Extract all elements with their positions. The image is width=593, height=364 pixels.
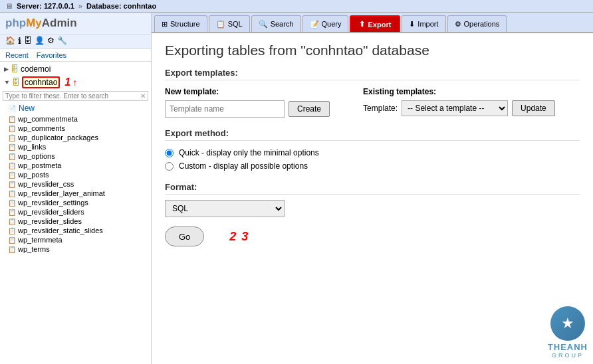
nav-tabs: ⊞ Structure 📋 SQL 🔍 Search 📝 Query ⬆ Exp… xyxy=(152,13,593,33)
tab-export[interactable]: ⬆ Export xyxy=(350,15,400,32)
export-templates-header: Export templates: xyxy=(165,68,580,80)
window-icon: 🖥 xyxy=(5,2,13,10)
list-item[interactable]: 📋 wp_comments xyxy=(0,124,151,133)
quick-radio-row: Quick - display only the minimal options xyxy=(165,146,580,159)
structure-label: Structure xyxy=(170,20,200,28)
list-item[interactable]: 📋 wp_links xyxy=(0,142,151,151)
home-icon[interactable]: 🏠 xyxy=(5,36,15,46)
search-icon: 🔍 xyxy=(259,20,268,29)
watermark: ★ THEANH GROUP xyxy=(548,306,588,359)
gear-icon[interactable]: 🔧 xyxy=(57,36,67,46)
tab-search[interactable]: 🔍 Search xyxy=(251,15,301,32)
server-label: Server: 127.0.0.1 xyxy=(17,2,74,10)
table-icon: 📋 xyxy=(8,171,16,179)
filter-clear-icon[interactable]: ✕ xyxy=(140,92,146,100)
filter-input[interactable] xyxy=(5,92,139,100)
new-template-col: New template: Create xyxy=(165,87,330,118)
list-item[interactable]: 📋 wp_revslider_static_slides xyxy=(0,226,151,235)
database-label: Database: conhntao xyxy=(86,2,156,10)
existing-templates-col: Existing templates: Template: -- Select … xyxy=(363,87,555,116)
existing-templates-row: Template: -- Select a template -- Update xyxy=(363,100,555,116)
export-label: Export xyxy=(368,21,391,29)
list-item[interactable]: 📋 wp_posts xyxy=(0,170,151,179)
tree-item-codemoi[interactable]: ▶ 🗄 codemoi xyxy=(0,63,151,75)
format-section: Format: SQL xyxy=(165,182,580,217)
export-method-header: Export method: xyxy=(165,128,580,141)
custom-radio-row: Custom - display all possible options xyxy=(165,159,580,173)
breadcrumb-arrow: » xyxy=(78,2,82,10)
table-icon: 📋 xyxy=(8,153,16,160)
watermark-sub: GROUP xyxy=(552,352,584,359)
info-icon[interactable]: ℹ xyxy=(18,36,21,46)
export-icon: ⬆ xyxy=(359,20,365,29)
list-item[interactable]: 📋 wp_revslider_settings xyxy=(0,198,151,207)
database-icon[interactable]: 🗄 xyxy=(24,36,32,46)
user-icon[interactable]: 👤 xyxy=(35,36,45,46)
new-template-row: Create xyxy=(165,100,330,118)
settings-icon[interactable]: ⚙ xyxy=(47,36,55,46)
operations-label: Operations xyxy=(464,20,500,28)
table-icon: 📋 xyxy=(8,199,16,207)
new-template-label: New template: xyxy=(165,87,330,96)
annotation-2: 2 xyxy=(229,230,236,244)
expand-icon: ▼ xyxy=(4,79,10,86)
db-icon: 🗄 xyxy=(12,78,20,87)
arrow-annotation: ↑ xyxy=(72,77,77,88)
search-label: Search xyxy=(271,20,294,28)
annotation-3: 3 xyxy=(241,230,248,244)
format-select[interactable]: SQL xyxy=(165,200,285,217)
table-icon: 📋 xyxy=(8,162,16,169)
table-icon: 📋 xyxy=(8,190,16,197)
list-item[interactable]: 📋 wp_revslider_layer_animat xyxy=(0,189,151,198)
templates-row: New template: Create Existing templates:… xyxy=(165,87,580,118)
list-item[interactable]: 📋 wp_commentmeta xyxy=(0,114,151,124)
table-icon: 📋 xyxy=(8,116,16,123)
tab-import[interactable]: ⬇ Import xyxy=(402,15,445,32)
export-method-section: Export method: Quick - display only the … xyxy=(165,128,580,173)
content-area: ⊞ Structure 📋 SQL 🔍 Search 📝 Query ⬆ Exp… xyxy=(152,13,593,364)
recent-favorites-bar: Recent Favorites xyxy=(0,49,151,62)
template-select-label: Template: xyxy=(363,104,398,113)
list-item[interactable]: 📋 wp_termmeta xyxy=(0,235,151,244)
tab-operations[interactable]: ⚙ Operations xyxy=(447,15,507,32)
logo-icons-row: 🏠 ℹ 🗄 👤 ⚙ 🔧 xyxy=(0,35,151,49)
custom-label: Custom - display all possible options xyxy=(179,161,308,171)
table-icon: 📋 xyxy=(8,218,16,225)
create-button[interactable]: Create xyxy=(289,101,330,117)
new-item[interactable]: 📄 New xyxy=(0,102,151,114)
list-item[interactable]: 📋 wp_postmeta xyxy=(0,161,151,170)
go-button[interactable]: Go xyxy=(165,227,204,246)
table-icon: 📋 xyxy=(8,246,16,253)
list-item[interactable]: 📋 wp_revslider_sliders xyxy=(0,207,151,217)
table-icon: 📋 xyxy=(8,236,16,244)
sidebar-tree: ▶ 🗄 codemoi ▼ 🗄 conhntao 1 ↑ ✕ 📄 New xyxy=(0,62,151,364)
recent-link[interactable]: Recent xyxy=(5,51,29,59)
codemoi-label: codemoi xyxy=(21,64,51,74)
template-select[interactable]: -- Select a template -- xyxy=(402,100,508,116)
annotation-1: 1 xyxy=(64,76,70,88)
update-button[interactable]: Update xyxy=(512,100,555,116)
tab-structure[interactable]: ⊞ Structure xyxy=(154,15,207,32)
query-label: Query xyxy=(322,20,342,28)
list-item[interactable]: 📋 wp_terms xyxy=(0,244,151,254)
table-icon: 📋 xyxy=(8,134,16,141)
tab-sql[interactable]: 📋 SQL xyxy=(209,15,250,32)
table-icon: 📋 xyxy=(8,125,16,132)
page-title: Exporting tables from "conhntao" databas… xyxy=(165,43,580,58)
list-item[interactable]: 📋 wp_revslider_slides xyxy=(0,217,151,226)
list-item[interactable]: 📋 wp_revslider_css xyxy=(0,179,151,189)
template-name-input[interactable] xyxy=(165,100,285,118)
db-icon: 🗄 xyxy=(11,64,19,74)
operations-icon: ⚙ xyxy=(455,20,461,29)
custom-radio[interactable] xyxy=(165,162,174,171)
favorites-link[interactable]: Favorites xyxy=(37,51,66,59)
list-item[interactable]: 📋 wp_options xyxy=(0,151,151,161)
list-item[interactable]: 📋 wp_duplicator_packages xyxy=(0,133,151,142)
structure-icon: ⊞ xyxy=(162,20,168,29)
tab-query[interactable]: 📝 Query xyxy=(302,15,349,32)
table-icon: 📋 xyxy=(8,209,16,216)
tree-item-conhntao[interactable]: ▼ 🗄 conhntao 1 ↑ xyxy=(0,75,151,90)
new-icon: 📄 xyxy=(8,105,16,112)
import-icon: ⬇ xyxy=(409,20,415,29)
quick-radio[interactable] xyxy=(165,149,174,157)
